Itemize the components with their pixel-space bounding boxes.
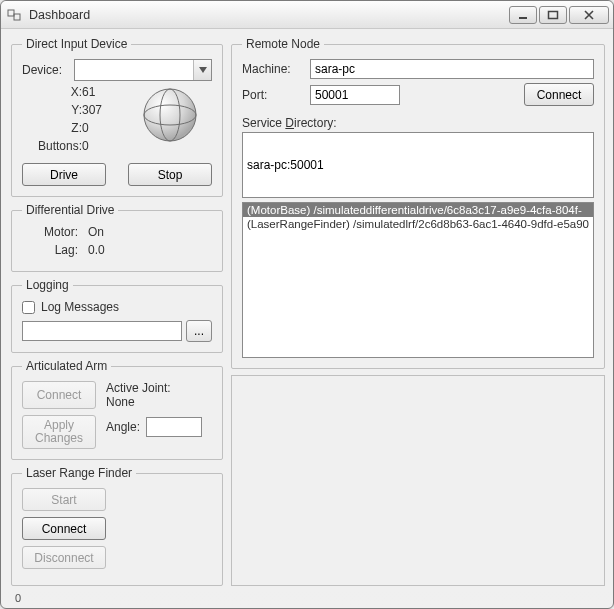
arm-apply-button[interactable]: Apply Changes	[22, 415, 96, 449]
trackball-icon[interactable]	[142, 87, 198, 143]
logging-legend: Logging	[22, 278, 73, 292]
xyz-readout: X:61 Y:307 Z:0 Buttons:0	[22, 85, 132, 157]
device-combobox[interactable]	[74, 59, 212, 81]
drive-button[interactable]: Drive	[22, 163, 106, 186]
close-button[interactable]	[569, 6, 609, 24]
right-column: Remote Node Machine: Port: Connect Servi…	[231, 37, 605, 586]
port-label: Port:	[242, 88, 310, 102]
diff-drive-group: Differential Drive Motor:On Lag:0.0	[11, 203, 223, 272]
svg-rect-1	[14, 14, 20, 20]
lrf-start-button[interactable]: Start	[22, 488, 106, 511]
y-label: Y:	[22, 103, 82, 117]
chevron-down-icon	[193, 60, 211, 80]
z-value: 0	[82, 121, 122, 135]
x-value: 61	[82, 85, 122, 99]
list-item[interactable]: (LaserRangeFinder) /simulatedlrf/2c6d8b6…	[243, 217, 593, 231]
motor-label: Motor:	[22, 225, 78, 239]
lrf-disconnect-button[interactable]: Disconnect	[22, 546, 106, 569]
log-messages-label: Log Messages	[41, 300, 119, 314]
stop-button[interactable]: Stop	[128, 163, 212, 186]
log-path-input[interactable]	[22, 321, 182, 341]
client-area: Direct Input Device Device: X:61 Y:307 Z…	[1, 29, 613, 592]
lrf-group: Laser Range Finder Start Connect Disconn…	[11, 466, 223, 586]
arm-legend: Articulated Arm	[22, 359, 111, 373]
browse-button[interactable]: ...	[186, 320, 212, 342]
lrf-connect-button[interactable]: Connect	[22, 517, 106, 540]
lag-value: 0.0	[88, 243, 105, 257]
arm-group: Articulated Arm Connect Apply Changes Ac…	[11, 359, 223, 460]
arm-connect-button[interactable]: Connect	[22, 381, 96, 409]
maximize-button[interactable]	[539, 6, 567, 24]
x-label: X:	[22, 85, 82, 99]
buttons-label: Buttons:	[22, 139, 82, 153]
status-bar: 0	[1, 592, 613, 608]
preview-panel	[231, 375, 605, 586]
svg-rect-0	[8, 10, 14, 16]
service-directory-label: Service Directory:	[242, 116, 594, 130]
remote-connect-button[interactable]: Connect	[524, 83, 594, 106]
svg-rect-2	[519, 17, 527, 19]
active-joint-value: None	[106, 395, 202, 409]
port-input[interactable]	[310, 85, 400, 105]
lag-label: Lag:	[22, 243, 78, 257]
service-listbox[interactable]: (MotorBase) /simulateddifferentialdrive/…	[242, 202, 594, 358]
titlebar: Dashboard	[1, 1, 613, 29]
service-dir-mnemonic: D	[285, 116, 294, 130]
remote-node-group: Remote Node Machine: Port: Connect Servi…	[231, 37, 605, 369]
svg-point-4	[144, 89, 196, 141]
remote-node-legend: Remote Node	[242, 37, 324, 51]
lrf-legend: Laser Range Finder	[22, 466, 136, 480]
active-joint-label: Active Joint:	[106, 381, 202, 395]
direct-input-group: Direct Input Device Device: X:61 Y:307 Z…	[11, 37, 223, 197]
app-window: Dashboard Direct Input Device Device:	[0, 0, 614, 609]
buttons-value: 0	[82, 139, 122, 153]
y-value: 307	[82, 103, 122, 117]
log-messages-input[interactable]	[22, 301, 35, 314]
list-item[interactable]: (MotorBase) /simulateddifferentialdrive/…	[243, 203, 593, 217]
service-dir-suffix: irectory:	[294, 116, 337, 130]
service-dir-prefix: Service	[242, 116, 285, 130]
machine-input[interactable]	[310, 59, 594, 79]
angle-label: Angle:	[106, 420, 140, 434]
machine-label: Machine:	[242, 62, 310, 76]
direct-input-legend: Direct Input Device	[22, 37, 131, 51]
log-messages-checkbox[interactable]: Log Messages	[22, 300, 212, 314]
logging-group: Logging Log Messages ...	[11, 278, 223, 353]
angle-input[interactable]	[146, 417, 202, 437]
app-icon	[7, 7, 23, 23]
device-label: Device:	[22, 63, 74, 77]
z-label: Z:	[22, 121, 82, 135]
diff-drive-legend: Differential Drive	[22, 203, 118, 217]
left-column: Direct Input Device Device: X:61 Y:307 Z…	[11, 37, 223, 586]
window-title: Dashboard	[29, 8, 507, 22]
motor-value: On	[88, 225, 104, 239]
status-text: 0	[15, 592, 21, 604]
service-directory-input[interactable]	[242, 132, 594, 198]
svg-rect-3	[549, 11, 558, 18]
minimize-button[interactable]	[509, 6, 537, 24]
